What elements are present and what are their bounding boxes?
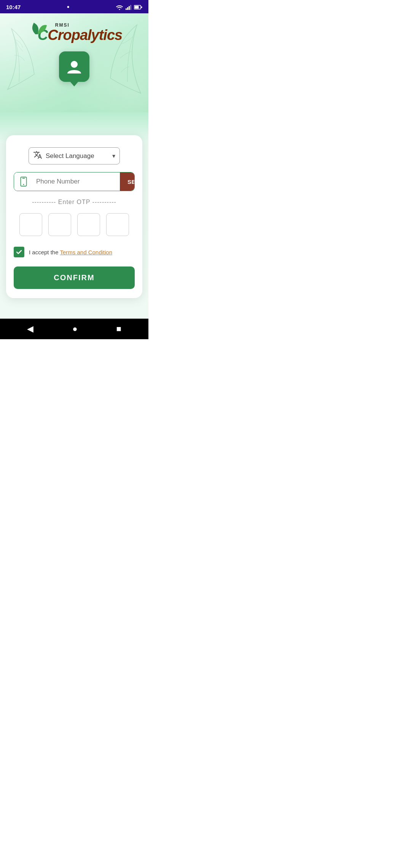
status-time: 10:47 bbox=[6, 4, 21, 10]
svg-rect-1 bbox=[127, 7, 128, 10]
otp-digit-3[interactable] bbox=[77, 213, 100, 236]
status-bar: 10:47 • bbox=[0, 0, 148, 13]
logo-leaf-icon bbox=[23, 22, 54, 49]
language-select-container[interactable]: Select LanguageEnglishHindiBengaliTelugu… bbox=[29, 147, 120, 164]
wifi-icon bbox=[116, 5, 123, 10]
svg-rect-5 bbox=[135, 6, 139, 8]
signal-icon bbox=[126, 5, 132, 10]
terms-prefix: I accept the bbox=[29, 249, 60, 255]
check-icon bbox=[16, 249, 22, 255]
otp-digit-2[interactable] bbox=[48, 213, 71, 236]
logo-container: RMSI CCropalytics bbox=[26, 24, 122, 42]
app-wrapper: 10:47 • bbox=[0, 0, 148, 339]
mobile-phone-icon bbox=[19, 177, 29, 187]
svg-rect-3 bbox=[130, 5, 131, 10]
terms-text: I accept the Terms and Condition bbox=[29, 249, 112, 255]
svg-rect-6 bbox=[141, 6, 142, 8]
terms-row: I accept the Terms and Condition bbox=[14, 247, 135, 257]
terms-link[interactable]: Terms and Condition bbox=[60, 249, 112, 255]
otp-label: ---------- Enter OTP ---------- bbox=[14, 199, 135, 206]
svg-rect-2 bbox=[129, 6, 130, 10]
terms-checkbox[interactable] bbox=[14, 247, 24, 257]
phone-icon-wrap bbox=[14, 172, 33, 191]
home-button[interactable]: ● bbox=[72, 324, 77, 334]
otp-input-group bbox=[14, 213, 135, 236]
otp-digit-4[interactable] bbox=[106, 213, 129, 236]
login-card: Select LanguageEnglishHindiBengaliTelugu… bbox=[6, 135, 142, 298]
profile-icon bbox=[59, 51, 89, 82]
svg-point-9 bbox=[23, 184, 24, 185]
recents-button[interactable]: ■ bbox=[116, 324, 121, 334]
confirm-button[interactable]: CONFIRM bbox=[14, 266, 135, 289]
svg-rect-0 bbox=[126, 8, 127, 10]
back-button[interactable]: ◀ bbox=[27, 324, 33, 334]
otp-digit-1[interactable] bbox=[19, 213, 42, 236]
bottom-navigation: ◀ ● ■ bbox=[0, 319, 148, 339]
language-dropdown[interactable]: Select LanguageEnglishHindiBengaliTelugu… bbox=[29, 147, 120, 164]
send-otp-button[interactable]: SEND OTP bbox=[120, 172, 135, 191]
language-select-wrap[interactable]: Select LanguageEnglishHindiBengaliTelugu… bbox=[14, 147, 135, 164]
svg-point-7 bbox=[71, 61, 78, 68]
status-icons bbox=[116, 5, 142, 10]
battery-icon bbox=[134, 5, 142, 10]
status-dot: • bbox=[67, 3, 69, 11]
phone-number-input[interactable] bbox=[33, 172, 120, 191]
phone-input-row: SEND OTP bbox=[14, 172, 135, 191]
hero-section: RMSI CCropalytics bbox=[0, 13, 148, 112]
person-icon bbox=[66, 58, 83, 75]
